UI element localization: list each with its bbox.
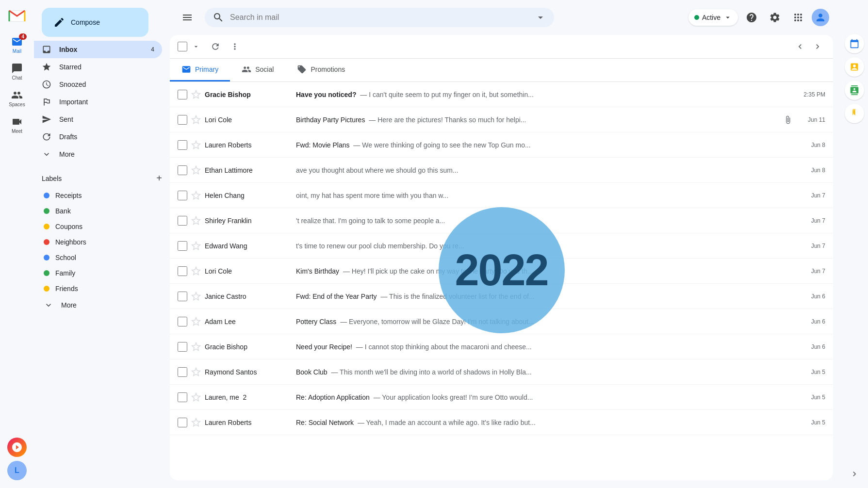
- email-star[interactable]: [191, 241, 201, 251]
- email-checkbox[interactable]: [178, 418, 187, 427]
- apps-button[interactable]: [788, 8, 808, 27]
- email-row[interactable]: Raymond Santos Book Club — This month we…: [170, 359, 833, 385]
- email-checkbox[interactable]: [178, 266, 187, 276]
- tab-primary[interactable]: Primary: [170, 59, 230, 81]
- friends-dot: [44, 286, 49, 292]
- email-row[interactable]: Helen Chang oint, my hat has spent more …: [170, 183, 833, 208]
- label-item-school[interactable]: School: [42, 250, 162, 265]
- email-checkbox[interactable]: [178, 367, 187, 377]
- calendar-button[interactable]: [845, 34, 864, 53]
- email-checkbox[interactable]: [178, 342, 187, 352]
- email-star[interactable]: [191, 90, 201, 99]
- label-item-receipts[interactable]: Receipts: [42, 188, 162, 203]
- email-row[interactable]: Ethan Lattimore ave you thought about wh…: [170, 158, 833, 183]
- sidebar-item-chat[interactable]: Chat: [0, 59, 34, 84]
- user-avatar[interactable]: [812, 9, 829, 26]
- nav-item-inbox[interactable]: Inbox 4: [34, 41, 162, 58]
- labels-more-icon: [44, 300, 53, 310]
- email-checkbox[interactable]: [178, 216, 187, 226]
- email-checkbox[interactable]: [178, 317, 187, 326]
- email-sender: Shirley Franklin: [205, 217, 292, 225]
- help-button[interactable]: [742, 8, 761, 27]
- nav-item-starred[interactable]: Starred: [34, 58, 162, 76]
- tab-promotions[interactable]: Promotions: [285, 59, 357, 81]
- expand-sidebar-button[interactable]: [850, 469, 859, 488]
- nav-item-drafts[interactable]: Drafts: [34, 128, 162, 146]
- email-star[interactable]: [191, 165, 201, 175]
- select-dropdown-button[interactable]: [188, 39, 204, 54]
- workspace-avatar[interactable]: [7, 438, 27, 457]
- prev-page-button[interactable]: [792, 39, 808, 54]
- email-checkbox[interactable]: [178, 115, 187, 125]
- contacts-icon: [850, 85, 859, 95]
- sidebar-item-meet[interactable]: Meet: [0, 112, 34, 138]
- label-item-bank[interactable]: Bank: [42, 203, 162, 219]
- email-star[interactable]: [191, 418, 201, 427]
- active-dot: [694, 15, 699, 20]
- select-all-checkbox[interactable]: [178, 42, 187, 51]
- email-star[interactable]: [191, 317, 201, 326]
- refresh-button[interactable]: [208, 39, 223, 54]
- label-item-neighbors[interactable]: Neighbors: [42, 234, 162, 250]
- email-checkbox[interactable]: [178, 140, 187, 150]
- email-row[interactable]: Lauren Roberts Fwd: Movie Plans — We wer…: [170, 132, 833, 158]
- nav-item-important[interactable]: Important: [34, 93, 162, 111]
- tasks-button[interactable]: [845, 57, 864, 77]
- social-tab-icon: [242, 65, 251, 74]
- nav-item-snoozed[interactable]: Snoozed: [34, 76, 162, 93]
- email-star[interactable]: [191, 216, 201, 226]
- compose-button[interactable]: Compose: [42, 8, 148, 37]
- email-checkbox[interactable]: [178, 392, 187, 402]
- social-tab-label: Social: [255, 65, 274, 73]
- email-star[interactable]: [191, 392, 201, 402]
- email-star[interactable]: [191, 367, 201, 377]
- nav-item-sent[interactable]: Sent: [34, 111, 162, 128]
- email-subject: Re: Adoption Application: [296, 393, 370, 401]
- email-checkbox[interactable]: [178, 191, 187, 200]
- contacts-button[interactable]: [845, 81, 864, 100]
- label-item-friends[interactable]: Friends: [42, 281, 162, 296]
- label-item-family[interactable]: Family: [42, 265, 162, 281]
- email-date: Jun 7: [796, 243, 825, 249]
- meet-label: Meet: [12, 129, 22, 134]
- active-status-button[interactable]: Active: [688, 9, 738, 26]
- email-star[interactable]: [191, 266, 201, 276]
- nav-item-more[interactable]: More: [34, 146, 170, 163]
- email-checkbox[interactable]: [178, 241, 187, 251]
- email-star[interactable]: [191, 191, 201, 200]
- email-date: Jun 7: [796, 217, 825, 224]
- email-row[interactable]: Gracie Bishop Have you noticed? — I can'…: [170, 82, 833, 107]
- sidebar-item-mail[interactable]: 4 Mail: [0, 32, 34, 58]
- search-dropdown-icon[interactable]: [535, 12, 546, 23]
- labels-more[interactable]: More: [42, 296, 162, 314]
- sent-label: Sent: [59, 115, 154, 123]
- search-input[interactable]: [230, 13, 529, 22]
- add-label-button[interactable]: +: [156, 173, 162, 184]
- email-checkbox[interactable]: [178, 165, 187, 175]
- email-star[interactable]: [191, 342, 201, 352]
- email-row[interactable]: Gracie Bishop Need your Recipe! — I cann…: [170, 334, 833, 359]
- next-page-button[interactable]: [810, 39, 825, 54]
- email-checkbox[interactable]: [178, 292, 187, 301]
- settings-button[interactable]: [765, 8, 785, 27]
- more-options-button[interactable]: [227, 39, 243, 54]
- email-star[interactable]: [191, 140, 201, 150]
- search-bar[interactable]: [205, 8, 554, 27]
- tab-social[interactable]: Social: [230, 59, 285, 81]
- user-avatar-bottom[interactable]: L: [7, 461, 27, 480]
- keep-button[interactable]: [845, 104, 864, 123]
- email-date: Jun 5: [796, 419, 825, 426]
- email-sender: Gracie Bishop: [205, 343, 292, 351]
- important-icon: [42, 97, 51, 107]
- email-row[interactable]: Lauren Roberts Re: Social Network — Yeah…: [170, 410, 833, 435]
- email-row[interactable]: Lauren, me 2 Re: Adoption Application — …: [170, 385, 833, 410]
- email-star[interactable]: [191, 292, 201, 301]
- email-star[interactable]: [191, 115, 201, 125]
- hamburger-button[interactable]: [178, 8, 197, 27]
- apps-icon: [792, 12, 804, 23]
- email-snippet: — I can't quite seem to put my finger on…: [358, 91, 533, 98]
- label-item-coupons[interactable]: Coupons: [42, 219, 162, 234]
- email-checkbox[interactable]: [178, 90, 187, 99]
- email-row[interactable]: Lori Cole Birthday Party Pictures — Here…: [170, 107, 833, 132]
- sidebar-item-spaces[interactable]: Spaces: [0, 85, 34, 111]
